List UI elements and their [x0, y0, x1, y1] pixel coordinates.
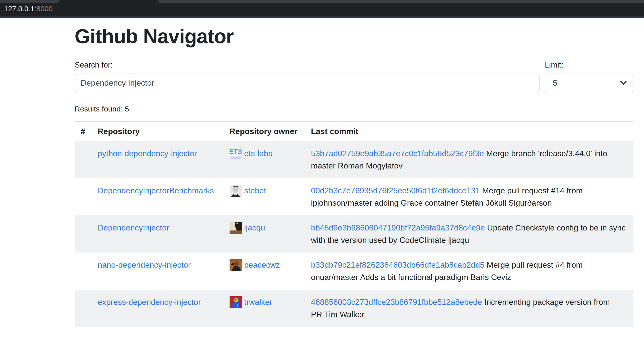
owner-cell: ljacqu [224, 215, 305, 253]
commit-author: Baris Ceviz [470, 273, 511, 282]
search-form: Search for: Limit: 5 [75, 60, 633, 92]
owner-avatar[interactable]: ETS [230, 148, 242, 160]
owner-link[interactable]: ets-labs [244, 147, 272, 160]
commit-hash-link[interactable]: bb45d9e3b98608047190bf72a95fa9a37d8c4e9e [311, 223, 485, 232]
owner-cell: trwalker [224, 290, 305, 327]
col-header-number: # [75, 122, 92, 141]
owner-cell: peacecwz [224, 253, 305, 290]
table-row: python-dependency-injector ETS ets-labs … [75, 141, 633, 178]
browser-active-tab[interactable] [59, 0, 159, 3]
commit-hash-link[interactable]: 00d2b3c7e76935d76f25ee50f6d1f2ef6ddce131 [311, 186, 480, 195]
results-table-body: python-dependency-injector ETS ets-labs … [75, 141, 633, 327]
owner-cell: ETS ets-labs [224, 141, 305, 178]
owner-link[interactable]: stebet [244, 185, 266, 197]
repository-link[interactable]: DependencyInjectorBenchmarks [98, 186, 214, 195]
owner-link[interactable]: peacecwz [244, 259, 280, 271]
url-port: :8000 [34, 5, 53, 13]
commit-hash-link[interactable]: b33db79c21ef8262364603db66dfe1ab8cab2dd5 [311, 260, 484, 269]
col-header-repository: Repository [92, 122, 224, 141]
limit-label: Limit: [545, 60, 633, 70]
table-row: nano-dependency-injector peacecwz b33db7… [75, 253, 633, 290]
last-commit-cell: 53b7ad02759e9ab35a7e7c0c1fab58d523c79f3e… [305, 141, 633, 178]
col-header-owner: Repository owner [224, 122, 305, 141]
commit-author: Stefán Jökull Sigurðarson [460, 198, 552, 207]
limit-select[interactable]: 5 [545, 74, 633, 92]
page-container: Github Navigator Search for: Limit: 5 Re… [75, 24, 633, 327]
commit-author: Roman Mogylatov [338, 161, 403, 170]
repository-link[interactable]: python-dependency-injector [98, 149, 197, 158]
row-number-cell [75, 290, 92, 327]
last-commit-cell: 468856003c273dffce23b86791fbbe512a8ebede… [305, 290, 633, 327]
repository-cell: express-dependency-injector [92, 290, 224, 327]
page-title: Github Navigator [75, 24, 633, 48]
owner-avatar[interactable] [230, 259, 242, 271]
col-header-last-commit: Last commit [305, 122, 633, 141]
search-label: Search for: [75, 60, 540, 70]
commit-hash-link[interactable]: 53b7ad02759e9ab35a7e7c0c1fab58d523c79f3e [311, 149, 484, 158]
table-header-row: # Repository Repository owner Last commi… [75, 122, 633, 141]
commit-hash-link[interactable]: 468856003c273dffce23b86791fbbe512a8ebede [311, 298, 482, 307]
repository-cell: python-dependency-injector [92, 141, 224, 178]
repository-link[interactable]: DependencyInjector [98, 223, 169, 232]
owner-link[interactable]: trwalker [244, 296, 272, 308]
last-commit-cell: 00d2b3c7e76935d76f25ee50f6d1f2ef6ddce131… [305, 178, 633, 215]
results-table: # Repository Repository owner Last commi… [75, 121, 633, 327]
browser-toolbar-edge [0, 16, 644, 18]
repository-cell: DependencyInjector [92, 215, 224, 253]
owner-avatar[interactable] [230, 222, 242, 234]
repository-cell: DependencyInjectorBenchmarks [92, 178, 224, 215]
owner-avatar[interactable] [230, 296, 242, 308]
search-input[interactable] [75, 74, 540, 92]
address-bar[interactable]: 127.0.0.1:8000 [4, 4, 53, 13]
commit-author: ljacqu [448, 236, 469, 245]
last-commit-cell: bb45d9e3b98608047190bf72a95fa9a37d8c4e9e… [305, 215, 633, 253]
row-number-cell [75, 178, 92, 215]
table-row: DependencyInjector ljacqu bb45d9e3b98608… [75, 215, 633, 253]
last-commit-cell: b33db79c21ef8262364603db66dfe1ab8cab2dd5… [305, 253, 633, 290]
table-row: DependencyInjectorBenchmarks stebet 00d2… [75, 178, 633, 215]
owner-cell: stebet [224, 178, 305, 215]
row-number-cell [75, 215, 92, 253]
browser-chrome: 127.0.0.1:8000 [0, 0, 644, 18]
repository-cell: nano-dependency-injector [92, 253, 224, 290]
results-summary: Results found: 5 [75, 104, 633, 114]
row-number-cell [75, 253, 92, 290]
row-number-cell [75, 141, 92, 178]
repository-link[interactable]: nano-dependency-injector [98, 260, 191, 269]
repository-link[interactable]: express-dependency-injector [98, 298, 201, 307]
owner-avatar[interactable] [230, 185, 242, 197]
url-host: 127.0.0.1 [4, 5, 34, 13]
table-row: express-dependency-injector trwalker 468… [75, 290, 633, 327]
owner-link[interactable]: ljacqu [244, 222, 265, 234]
commit-author: Tim Walker [324, 310, 364, 319]
